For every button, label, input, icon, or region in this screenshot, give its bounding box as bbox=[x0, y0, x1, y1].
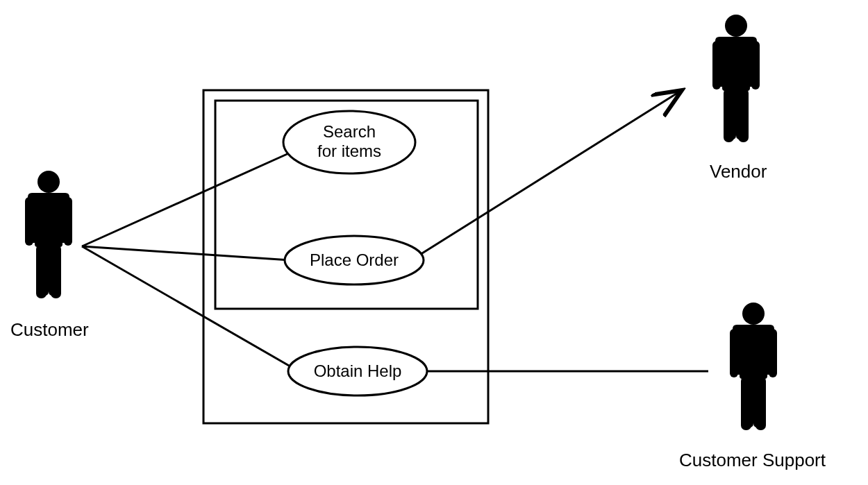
diagram-canvas: Search for items Place Order Obtain Help bbox=[0, 0, 868, 485]
actor-customer-icon bbox=[25, 171, 72, 298]
usecase-obtain-help: Obtain Help bbox=[288, 347, 427, 395]
usecase-place-order-label: Place Order bbox=[310, 250, 399, 269]
assoc-placeorder-vendor bbox=[417, 90, 682, 257]
usecase-search-line2: for items bbox=[317, 142, 381, 160]
actor-vendor-icon bbox=[712, 15, 760, 142]
assoc-customer-placeorder bbox=[82, 246, 290, 260]
usecase-search: Search for items bbox=[283, 111, 415, 173]
actor-support-label: Customer Support bbox=[679, 450, 826, 471]
usecase-place-order: Place Order bbox=[285, 236, 424, 284]
use-case-diagram: Search for items Place Order Obtain Help… bbox=[0, 0, 868, 485]
actor-vendor-label: Vendor bbox=[710, 161, 767, 182]
usecase-obtain-help-label: Obtain Help bbox=[314, 361, 402, 380]
usecase-search-line1: Search bbox=[323, 122, 376, 141]
actor-customer-label: Customer bbox=[10, 319, 89, 341]
actor-support-icon bbox=[730, 303, 777, 430]
assoc-customer-search bbox=[82, 153, 290, 246]
